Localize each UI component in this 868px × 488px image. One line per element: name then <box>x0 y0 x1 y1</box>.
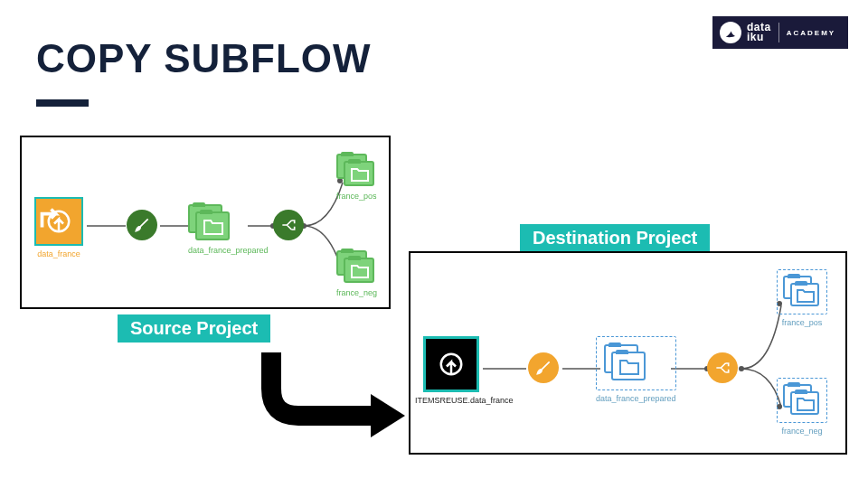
empty-dataset-node[interactable] <box>777 378 827 423</box>
node-label: france_neg <box>777 427 827 436</box>
shared-dataset-node[interactable] <box>34 197 83 246</box>
node-label: data_france_prepared <box>596 394 676 403</box>
title-underline <box>36 99 89 107</box>
split-recipe-node[interactable] <box>273 210 304 240</box>
dataset-node[interactable] <box>336 154 376 188</box>
destination-project-label: Destination Project <box>520 224 710 252</box>
folder-icon <box>350 165 370 183</box>
divider <box>778 23 779 42</box>
node-label: france_pos <box>336 192 377 201</box>
folder-icon <box>796 395 816 413</box>
node-label: ITEMSREUSE.data_france <box>415 396 487 405</box>
dataiku-bird-icon <box>720 22 741 43</box>
share-arrow-icon <box>40 202 67 230</box>
dataset-node[interactable] <box>336 250 376 285</box>
folder-icon <box>203 217 224 237</box>
brand-text: data iku <box>747 23 771 42</box>
node-label: data_france <box>34 249 83 258</box>
source-project-panel: data_france data_france_prepared <box>20 136 391 309</box>
source-project-label: Source Project <box>118 314 270 343</box>
split-recipe-node[interactable] <box>707 352 738 383</box>
shared-dataset-icon <box>438 351 465 378</box>
prepare-recipe-node[interactable] <box>528 352 559 383</box>
folder-icon <box>796 286 816 305</box>
folder-icon <box>618 357 640 377</box>
node-label: data_france_prepared <box>188 246 269 255</box>
prepare-broom-icon <box>534 359 552 377</box>
split-icon <box>279 216 297 234</box>
prepare-recipe-node[interactable] <box>127 210 157 240</box>
folder-icon <box>350 262 370 280</box>
empty-dataset-node[interactable] <box>596 336 676 390</box>
svg-point-13 <box>739 366 744 371</box>
empty-dataset-node[interactable] <box>777 269 827 314</box>
split-icon <box>713 359 731 377</box>
dataset-node[interactable] <box>188 204 231 242</box>
destination-project-panel: ITEMSREUSE.data_france data_france_prepa… <box>409 251 847 455</box>
page-title: COPY SUBFLOW <box>36 36 372 81</box>
node-label: france_neg <box>336 288 377 297</box>
copy-arrow-icon <box>244 352 416 461</box>
brand-badge: data iku ACADEMY <box>712 16 848 49</box>
foreign-shared-dataset-node[interactable] <box>423 336 479 392</box>
brand-sub: ACADEMY <box>787 29 835 37</box>
node-label: france_pos <box>777 318 827 327</box>
prepare-broom-icon <box>133 216 151 234</box>
